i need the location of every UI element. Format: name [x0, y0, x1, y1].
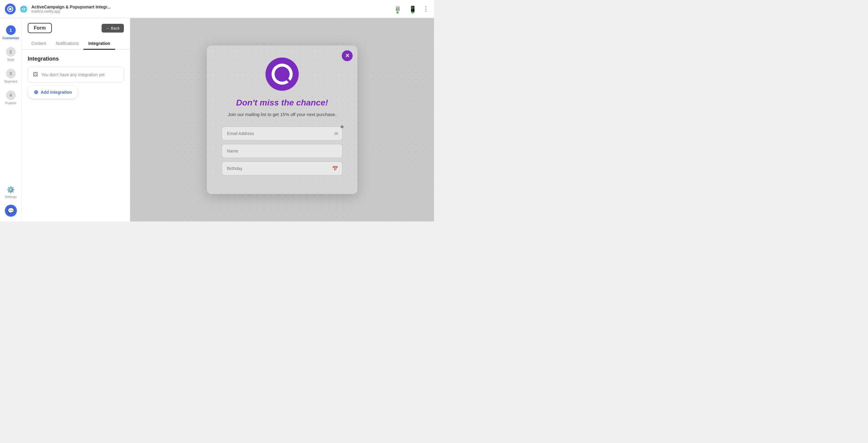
- step-1-label: Customize: [2, 36, 19, 40]
- step-style[interactable]: 2 Style: [0, 44, 22, 64]
- step-1-circle: 1: [6, 25, 16, 35]
- globe-icon: 🌐: [19, 5, 28, 13]
- plus-icon: ⊕: [34, 89, 38, 96]
- integration-empty-icon: 🖼: [33, 71, 38, 78]
- popup-headline: Don't miss the chance!: [236, 98, 328, 107]
- tab-bar: Content Notifications Integration: [22, 38, 130, 50]
- tab-integration[interactable]: Integration: [84, 38, 115, 50]
- step-3-label: Segment: [4, 80, 17, 83]
- app-logo: [5, 4, 16, 14]
- birthday-input-wrapper: 📅: [222, 161, 342, 176]
- step-publish[interactable]: 4 Publish: [0, 88, 22, 107]
- desktop-device-button[interactable]: 🖥: [393, 4, 403, 14]
- more-options-icon[interactable]: ⋮: [423, 5, 429, 13]
- panel-header: Form ← Back: [22, 18, 130, 33]
- topbar-actions: 🖥 📱 ⋮: [393, 4, 429, 14]
- page-title: ActiveCampaign & Popupsmart Integr...: [31, 4, 389, 9]
- tab-content[interactable]: Content: [27, 38, 51, 50]
- mobile-device-button[interactable]: 📱: [407, 4, 418, 14]
- integration-empty-state: 🖼 You don't have any integration yet: [28, 67, 124, 82]
- email-input-wrapper: ✉: [222, 127, 342, 140]
- preview-area: ✕ Don't miss the chance! Join our mailin…: [130, 18, 434, 222]
- name-input[interactable]: [222, 144, 342, 158]
- step-2-label: Style: [7, 58, 14, 61]
- chat-button[interactable]: 💬: [5, 204, 17, 217]
- panel-content: Integrations 🖼 You don't have any integr…: [22, 50, 130, 104]
- chat-icon: 💬: [7, 207, 14, 214]
- page-subtitle: trialfirst.netlify.app: [31, 9, 389, 13]
- page-title-area: ActiveCampaign & Popupsmart Integr... tr…: [31, 4, 389, 13]
- name-input-wrapper: [222, 144, 342, 158]
- popup-subtext: Join our mailing list to get 15% off you…: [228, 111, 336, 118]
- topbar: 🌐 ActiveCampaign & Popupsmart Integr... …: [0, 0, 434, 18]
- email-icon: ✉: [334, 130, 338, 136]
- step-3-circle: 3: [6, 69, 16, 78]
- popup-logo: [266, 58, 299, 91]
- step-segment[interactable]: 3 Segment: [0, 66, 22, 86]
- step-4-circle: 4: [6, 90, 16, 100]
- settings-label: Settings: [5, 195, 17, 199]
- gear-icon: ⚙️: [7, 186, 15, 194]
- svg-point-2: [9, 8, 11, 10]
- add-integration-button[interactable]: ⊕ Add integration: [28, 86, 78, 99]
- main-layout: 1 Customize 2 Style 3 Segment 4 Publish …: [0, 18, 434, 222]
- step-4-label: Publish: [5, 101, 16, 105]
- steps-sidebar: 1 Customize 2 Style 3 Segment 4 Publish …: [0, 18, 22, 222]
- email-input[interactable]: [222, 127, 342, 140]
- step-customize[interactable]: 1 Customize: [0, 23, 22, 42]
- step-2-circle: 2: [6, 47, 16, 57]
- email-input-indicator: [341, 125, 344, 128]
- integrations-title: Integrations: [28, 56, 124, 62]
- form-badge: Form: [28, 23, 52, 33]
- settings-button[interactable]: ⚙️ Settings: [5, 186, 17, 199]
- tab-notifications[interactable]: Notifications: [51, 38, 84, 50]
- integration-empty-message: You don't have any integration yet: [41, 72, 104, 77]
- birthday-input[interactable]: [222, 161, 342, 176]
- add-integration-label: Add integration: [41, 90, 72, 95]
- popup-close-button[interactable]: ✕: [342, 50, 352, 61]
- back-button[interactable]: ← Back: [101, 24, 124, 33]
- panel: Form ← Back Content Notifications Integr…: [22, 18, 130, 222]
- popup-preview: ✕ Don't miss the chance! Join our mailin…: [207, 45, 358, 194]
- calendar-icon: 📅: [332, 165, 338, 171]
